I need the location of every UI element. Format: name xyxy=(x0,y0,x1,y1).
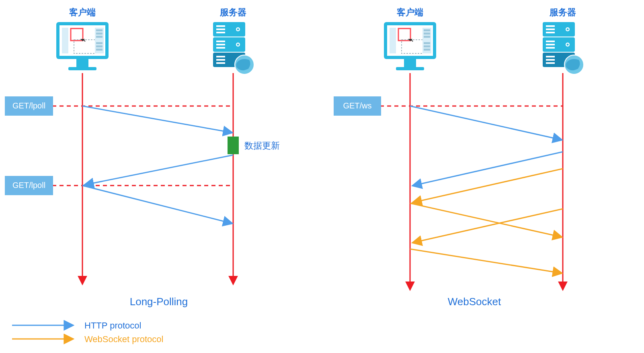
svg-rect-40 xyxy=(390,28,396,53)
svg-text:GET/ws: GET/ws xyxy=(343,101,371,110)
server-label-left: 服务器 xyxy=(219,7,246,17)
client-label-left: 客户端 xyxy=(69,7,96,17)
websocket-title: WebSocket xyxy=(448,296,501,308)
server-icon-left xyxy=(213,22,254,74)
client-label-right: 客户端 xyxy=(396,7,423,17)
svg-rect-27 xyxy=(216,56,225,57)
client-computer-icon-left xyxy=(56,22,109,70)
svg-rect-24 xyxy=(216,47,225,49)
ws-msg-arrow-4 xyxy=(410,249,561,273)
svg-rect-7 xyxy=(96,33,103,35)
svg-rect-60 xyxy=(546,41,555,42)
http-arrow-2 xyxy=(85,155,233,185)
ws-msg-arrow-2 xyxy=(410,203,561,237)
svg-rect-45 xyxy=(424,33,430,35)
svg-rect-17 xyxy=(216,25,225,27)
svg-rect-51 xyxy=(396,67,424,70)
data-update-block xyxy=(228,137,239,154)
legend: HTTP protocol WebSocket protocol xyxy=(12,320,163,344)
svg-point-64 xyxy=(567,44,569,46)
svg-rect-47 xyxy=(424,42,430,44)
get-lpoll-box-1: GET/lpoll xyxy=(5,96,53,116)
svg-rect-55 xyxy=(546,25,555,27)
svg-rect-65 xyxy=(546,56,555,57)
svg-rect-23 xyxy=(216,44,225,45)
get-ws-box: GET/ws xyxy=(334,96,381,116)
server-icon-right xyxy=(543,22,584,74)
svg-rect-46 xyxy=(424,36,430,38)
svg-rect-50 xyxy=(404,59,416,67)
svg-rect-18 xyxy=(216,29,225,30)
ws-msg-arrow-3 xyxy=(413,209,563,243)
websocket-panel: 客户端 服务器 xyxy=(334,7,584,308)
sequence-diagram: 客户端 服务器 xyxy=(0,0,644,353)
svg-point-26 xyxy=(237,44,239,46)
svg-rect-61 xyxy=(546,44,555,45)
svg-rect-29 xyxy=(216,62,225,64)
long-polling-panel: 客户端 服务器 xyxy=(5,7,280,308)
svg-rect-44 xyxy=(424,29,430,31)
svg-rect-56 xyxy=(546,29,555,30)
svg-rect-2 xyxy=(62,28,68,53)
http-arrow-1 xyxy=(82,106,232,133)
svg-rect-19 xyxy=(216,32,225,33)
client-computer-icon-right xyxy=(384,22,436,70)
svg-rect-9 xyxy=(96,42,103,44)
data-update-label: 数据更新 xyxy=(244,141,280,151)
ws-msg-arrow-1 xyxy=(413,169,563,202)
svg-rect-11 xyxy=(96,49,103,51)
svg-point-21 xyxy=(237,29,239,31)
svg-rect-28 xyxy=(216,59,225,61)
server-label-right: 服务器 xyxy=(549,7,576,17)
ws-http-arrow-1 xyxy=(410,106,561,140)
http-arrow-3 xyxy=(82,186,232,223)
svg-rect-12 xyxy=(76,59,88,67)
svg-rect-67 xyxy=(546,62,555,64)
legend-ws-label: WebSocket protocol xyxy=(84,334,163,344)
svg-rect-8 xyxy=(96,36,103,38)
svg-rect-57 xyxy=(546,32,555,33)
svg-rect-48 xyxy=(424,45,430,47)
svg-rect-62 xyxy=(546,47,555,49)
get-lpoll-box-2: GET/lpoll xyxy=(5,176,53,195)
legend-http-label: HTTP protocol xyxy=(84,320,141,331)
svg-rect-66 xyxy=(546,59,555,61)
svg-rect-22 xyxy=(216,41,225,42)
ws-http-arrow-2 xyxy=(413,152,563,186)
svg-rect-6 xyxy=(96,29,103,31)
svg-text:GET/lpoll: GET/lpoll xyxy=(12,101,45,110)
svg-text:GET/lpoll: GET/lpoll xyxy=(12,181,45,190)
long-polling-title: Long-Polling xyxy=(130,296,188,308)
svg-rect-10 xyxy=(96,45,103,47)
svg-rect-13 xyxy=(68,67,96,70)
svg-rect-49 xyxy=(424,49,430,51)
svg-point-59 xyxy=(567,29,569,31)
